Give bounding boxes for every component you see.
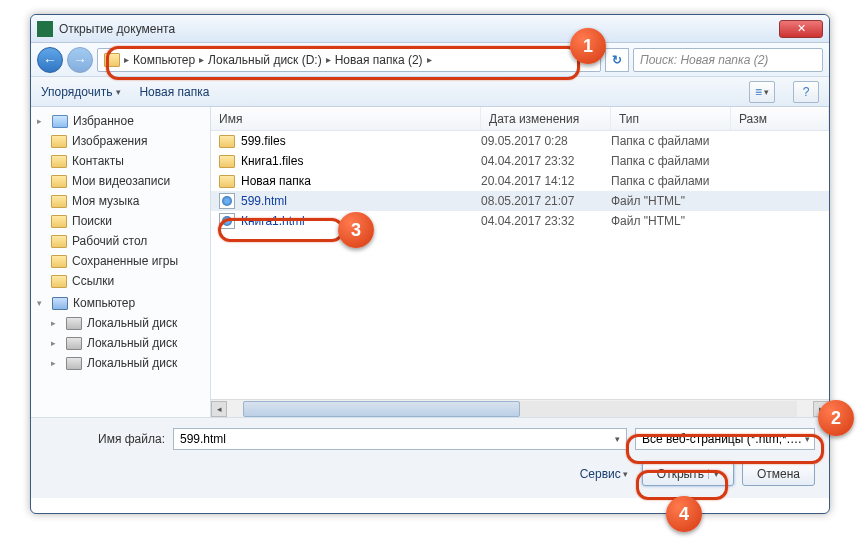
folder-icon: [51, 275, 67, 288]
star-icon: [52, 115, 68, 128]
callout-3: 3: [338, 212, 374, 248]
breadcrumb-computer[interactable]: Компьютер: [133, 53, 195, 67]
file-type: Файл "HTML": [611, 214, 731, 228]
file-row[interactable]: 599.files09.05.2017 0:28Папка с файлами: [211, 131, 829, 151]
computer-icon: [52, 297, 68, 310]
sidebar-drive[interactable]: ▸Локальный диск: [31, 353, 210, 373]
chevron-right-icon: ▸: [199, 54, 204, 65]
file-type: Файл "HTML": [611, 194, 731, 208]
drive-icon: [66, 337, 82, 350]
folder-icon: [51, 255, 67, 268]
html-file-icon: [219, 213, 235, 229]
forward-button[interactable]: →: [67, 47, 93, 73]
sidebar-drive[interactable]: ▸Локальный диск: [31, 333, 210, 353]
new-folder-button[interactable]: Новая папка: [139, 85, 209, 99]
nav-bar: ← → ▸ Компьютер ▸ Локальный диск (D:) ▸ …: [31, 43, 829, 77]
col-type[interactable]: Тип: [611, 107, 731, 130]
view-options-button[interactable]: ≡▾: [749, 81, 775, 103]
chevron-down-icon[interactable]: ▾: [615, 434, 620, 444]
sidebar-item[interactable]: Контакты: [31, 151, 210, 171]
sidebar-drive[interactable]: ▸Локальный диск: [31, 313, 210, 333]
sidebar-computer[interactable]: ▾Компьютер: [31, 293, 210, 313]
excel-icon: [37, 21, 53, 37]
sidebar-item[interactable]: Мои видеозаписи: [31, 171, 210, 191]
filename-input[interactable]: 599.html ▾: [173, 428, 627, 450]
organize-menu[interactable]: Упорядочить▾: [41, 85, 121, 99]
scroll-thumb[interactable]: [243, 401, 520, 417]
window-title: Открытие документа: [59, 22, 779, 36]
dialog-body: ▸Избранное Изображения Контакты Мои виде…: [31, 107, 829, 417]
file-row[interactable]: 599.html08.05.2017 21:07Файл "HTML": [211, 191, 829, 211]
sidebar-item[interactable]: Ссылки: [31, 271, 210, 291]
callout-1: 1: [570, 28, 606, 64]
sidebar-item[interactable]: Рабочий стол: [31, 231, 210, 251]
cancel-button[interactable]: Отмена: [742, 462, 815, 486]
filename-label: Имя файла:: [45, 432, 165, 446]
titlebar: Открытие документа ✕: [31, 15, 829, 43]
sidebar-item[interactable]: Изображения: [31, 131, 210, 151]
folder-icon: [51, 135, 67, 148]
drive-icon: [66, 317, 82, 330]
scroll-left-icon[interactable]: ◂: [211, 401, 227, 417]
toolbar: Упорядочить▾ Новая папка ≡▾ ?: [31, 77, 829, 107]
file-date: 04.04.2017 23:32: [481, 214, 611, 228]
refresh-button[interactable]: ↻: [605, 48, 629, 72]
search-placeholder: Поиск: Новая папка (2): [640, 53, 768, 67]
folder-icon: [51, 235, 67, 248]
back-button[interactable]: ←: [37, 47, 63, 73]
file-name: Книга1.files: [241, 154, 303, 168]
file-list[interactable]: 599.files09.05.2017 0:28Папка с файламиК…: [211, 131, 829, 399]
sidebar-item[interactable]: Поиски: [31, 211, 210, 231]
breadcrumb-folder[interactable]: Новая папка (2): [335, 53, 423, 67]
open-dialog: Открытие документа ✕ ← → ▸ Компьютер ▸ Л…: [30, 14, 830, 514]
filename-value: 599.html: [180, 432, 226, 446]
html-file-icon: [219, 193, 235, 209]
horizontal-scrollbar[interactable]: ◂ ▸: [211, 399, 829, 417]
folder-icon: [219, 175, 235, 188]
tools-menu[interactable]: Сервис▾: [580, 467, 628, 481]
breadcrumb-drive[interactable]: Локальный диск (D:): [208, 53, 322, 67]
sidebar-item[interactable]: Моя музыка: [31, 191, 210, 211]
drive-icon: [66, 357, 82, 370]
callout-2: 2: [818, 400, 854, 436]
file-type: Папка с файлами: [611, 154, 731, 168]
chevron-down-icon[interactable]: ▾: [805, 434, 810, 444]
folder-icon: [51, 175, 67, 188]
folder-icon: [104, 53, 120, 67]
open-split-icon[interactable]: ▾: [708, 469, 719, 479]
file-name: Книга1.html: [241, 214, 305, 228]
file-name: 599.files: [241, 134, 286, 148]
bottom-panel: Имя файла: 599.html ▾ Все веб-страницы (…: [31, 417, 829, 498]
file-row[interactable]: Книга1.html04.04.2017 23:32Файл "HTML": [211, 211, 829, 231]
callout-4: 4: [666, 496, 702, 532]
folder-icon: [219, 155, 235, 168]
file-date: 09.05.2017 0:28: [481, 134, 611, 148]
open-button[interactable]: Открыть▾: [642, 462, 734, 486]
col-size[interactable]: Разм: [731, 107, 829, 130]
col-date[interactable]: Дата изменения: [481, 107, 611, 130]
chevron-right-icon: ▸: [124, 54, 129, 65]
sidebar-item[interactable]: Сохраненные игры: [31, 251, 210, 271]
file-date: 08.05.2017 21:07: [481, 194, 611, 208]
file-row[interactable]: Книга1.files04.04.2017 23:32Папка с файл…: [211, 151, 829, 171]
address-bar[interactable]: ▸ Компьютер ▸ Локальный диск (D:) ▸ Нова…: [97, 48, 601, 72]
folder-icon: [51, 155, 67, 168]
chevron-right-icon: ▸: [427, 54, 432, 65]
file-area: Имя Дата изменения Тип Разм 599.files09.…: [211, 107, 829, 417]
sidebar: ▸Избранное Изображения Контакты Мои виде…: [31, 107, 211, 417]
filetype-select[interactable]: Все веб-страницы (*.htm;*.html) ▾: [635, 428, 815, 450]
chevron-right-icon: ▸: [326, 54, 331, 65]
folder-icon: [219, 135, 235, 148]
sidebar-favorites[interactable]: ▸Избранное: [31, 111, 210, 131]
help-button[interactable]: ?: [793, 81, 819, 103]
column-headers: Имя Дата изменения Тип Разм: [211, 107, 829, 131]
file-name: 599.html: [241, 194, 287, 208]
file-date: 04.04.2017 23:32: [481, 154, 611, 168]
folder-icon: [51, 195, 67, 208]
file-row[interactable]: Новая папка20.04.2017 14:12Папка с файла…: [211, 171, 829, 191]
col-name[interactable]: Имя: [211, 107, 481, 130]
search-input[interactable]: Поиск: Новая папка (2): [633, 48, 823, 72]
file-type: Папка с файлами: [611, 134, 731, 148]
close-button[interactable]: ✕: [779, 20, 823, 38]
file-date: 20.04.2017 14:12: [481, 174, 611, 188]
